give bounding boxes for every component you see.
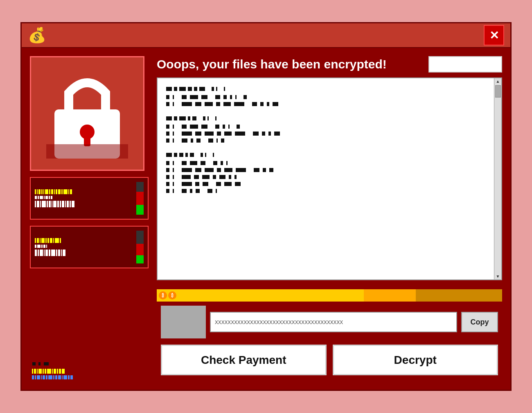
- section-2-line2: [166, 130, 485, 137]
- qr-code-placeholder: [161, 306, 206, 338]
- bitcoin-address-input[interactable]: [210, 312, 457, 332]
- level-bar-1: [136, 182, 144, 215]
- section-3-line4: [166, 181, 485, 188]
- scroll-down-arrow[interactable]: ▼: [495, 273, 501, 279]
- section-3-line2: [166, 167, 485, 174]
- level-bar-2: [136, 231, 144, 263]
- scrollbar-thumb[interactable]: [495, 85, 501, 98]
- decrypt-button[interactable]: Decrypt: [333, 345, 498, 375]
- text-content: [166, 86, 485, 195]
- main-content: Ooops, your files have been encrypted!: [22, 48, 510, 390]
- copy-button[interactable]: Copy: [461, 312, 498, 332]
- text-section-2: [166, 116, 485, 144]
- right-panel: Ooops, your files have been encrypted!: [157, 56, 502, 381]
- input-row: Copy: [157, 306, 502, 338]
- section-3-line3: [166, 174, 485, 181]
- bitcoin-icon-2: ₿: [168, 291, 176, 300]
- text-section-1: [166, 86, 485, 108]
- main-title: Ooops, your files have been encrypted!: [157, 57, 422, 71]
- section-2-heading: [166, 116, 485, 121]
- bottom-panel: ₿ ₿ Copy Check Payment Decrypt: [157, 285, 502, 381]
- section-1-line1: [166, 94, 485, 101]
- section-1-line2: [166, 101, 485, 108]
- section-1-heading: [166, 86, 485, 91]
- bitcoin-bar: ₿ ₿: [157, 289, 502, 302]
- header-input-field[interactable]: [428, 56, 502, 73]
- bitcoin-icons: ₿ ₿: [159, 291, 176, 300]
- text-section-3: [166, 152, 485, 195]
- svg-rect-3: [46, 144, 128, 159]
- small-barcode-area: [30, 360, 149, 381]
- section-3-line5: [166, 188, 485, 195]
- lock-image: [30, 56, 144, 171]
- barcode-panel-1: [30, 177, 149, 220]
- encrypted-text-area[interactable]: ▲ ▼: [157, 77, 502, 280]
- money-bag-icon: 💰: [28, 27, 46, 44]
- section-3-heading: [166, 152, 485, 157]
- barcode-panel-2: [30, 226, 149, 268]
- check-payment-button[interactable]: Check Payment: [161, 345, 327, 375]
- bitcoin-icon-1: ₿: [159, 291, 167, 300]
- section-2-line3: [166, 137, 485, 144]
- ransomware-window: 💰 ✕: [20, 22, 512, 391]
- section-2-line1: [166, 123, 485, 130]
- barcode-stripes-1: [35, 189, 133, 207]
- barcode-stripes-2: [35, 238, 133, 256]
- button-row: Check Payment Decrypt: [157, 345, 502, 381]
- scrollbar[interactable]: ▲ ▼: [494, 78, 501, 279]
- left-panel: [30, 56, 149, 381]
- section-3-line1: [166, 160, 485, 167]
- header-row: Ooops, your files have been encrypted!: [157, 56, 502, 73]
- close-button[interactable]: ✕: [484, 25, 504, 45]
- scroll-up-arrow[interactable]: ▲: [495, 78, 501, 84]
- title-bar: 💰 ✕: [22, 23, 510, 48]
